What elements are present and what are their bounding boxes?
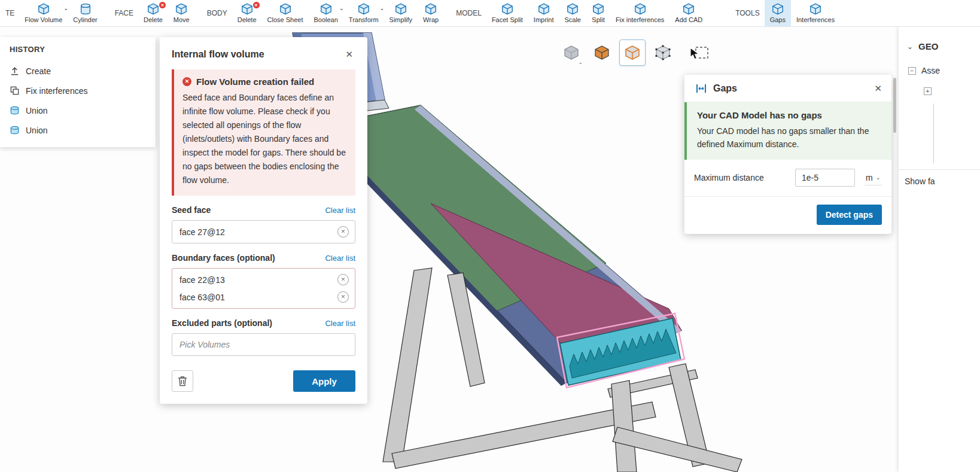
toolbar-group-face: FACE ✕Delete Move (103, 0, 195, 26)
toolbar-scale[interactable]: Scale (559, 0, 586, 26)
close-sheet-icon (279, 2, 292, 16)
success-body: Your CAD model has no gaps smaller than … (697, 124, 881, 151)
toolbar-transform[interactable]: ⌄Transform (343, 0, 384, 26)
toolbar-facet-split[interactable]: Facet Split (486, 0, 528, 26)
model-frame-leg (383, 268, 432, 462)
dialog-title: Internal flow volume (172, 49, 264, 60)
group-label: BODY (207, 9, 227, 17)
toolbar-boolean[interactable]: ⌄Boolean (308, 0, 343, 26)
toolbar-imprint[interactable]: Imprint (528, 0, 559, 26)
clear-list-link[interactable]: Clear list (325, 254, 355, 263)
face-chip-label: face 63@01 (179, 293, 225, 302)
view-mode-surfaces-edges-button[interactable] (619, 39, 646, 66)
history-item-union[interactable]: Union (0, 101, 156, 120)
delete-face-icon (147, 2, 160, 16)
toolbar-group-tools: TOOLS Gaps Interferences (723, 0, 840, 26)
tree-item-assembly[interactable]: − Asse (908, 66, 980, 75)
toolbar-fix-interferences[interactable]: Fix interferences (610, 0, 669, 26)
success-title: Your CAD Model has no gaps (697, 110, 881, 120)
geometry-tree: − Asse + (908, 66, 980, 95)
interferences-icon (809, 2, 822, 16)
wrap-icon (424, 2, 437, 16)
max-distance-input[interactable] (795, 169, 855, 187)
tree-item-child[interactable]: + (924, 87, 980, 95)
history-item-fix-interferences[interactable]: Fix interferences (0, 81, 156, 101)
toolbar-flow-volume[interactable]: ⌄Flow Volume (19, 0, 68, 26)
chevron-down-icon: ⌄ (578, 59, 583, 65)
fix-interferences-icon (10, 86, 20, 96)
toolbar-cylinder[interactable]: Cylinder (68, 0, 102, 26)
toolbar-group-body: BODY ✕Delete Close Sheet ⌄Boolean ⌄Trans… (195, 0, 444, 26)
group-label: FACE (115, 9, 133, 17)
surfaces-cube-icon (593, 44, 611, 62)
error-message: ✕ Flow Volume creation failed Seed face … (172, 69, 355, 196)
geometry-panel: ⌄ GEO − Asse + Show fa (899, 27, 980, 472)
unit-select[interactable]: m ⌄ (865, 170, 882, 185)
show-faces-label: Show fa (905, 176, 935, 186)
detect-gaps-button[interactable]: Detect gaps (817, 205, 882, 225)
boundary-faces-list[interactable]: face 22@13 ✕ face 63@01 ✕ (172, 268, 355, 309)
trash-icon (178, 376, 187, 386)
toolbar-body-delete[interactable]: ✕Delete (232, 0, 262, 26)
toolbar-wrap[interactable]: Wrap (418, 0, 444, 26)
clear-list-link[interactable]: Clear list (325, 319, 355, 328)
create-icon (10, 66, 20, 76)
boolean-icon (319, 2, 333, 16)
toolbar-gaps[interactable]: Gaps (765, 0, 791, 26)
apply-button[interactable]: Apply (293, 370, 355, 392)
remove-icon[interactable]: ✕ (337, 274, 349, 285)
delete-body-icon (241, 2, 254, 16)
toolbar-close-sheet[interactable]: Close Sheet (262, 0, 309, 26)
view-mode-surfaces-button[interactable] (589, 39, 615, 66)
chevron-down-icon[interactable]: ⌄ (907, 42, 913, 51)
pick-volumes-input[interactable] (172, 333, 355, 356)
history-item-create[interactable]: Create (0, 61, 156, 81)
toolbar-interferences[interactable]: Interferences (791, 0, 840, 26)
close-icon[interactable]: ✕ (872, 82, 884, 95)
tree-guide-line (933, 103, 934, 163)
seed-face-label: Seed face (172, 205, 211, 215)
expand-icon[interactable]: + (924, 87, 932, 95)
boundary-faces-label: Boundary faces (optional) (172, 253, 275, 263)
scale-icon (566, 2, 579, 16)
view-mode-vertices-button[interactable] (650, 39, 676, 66)
split-icon (592, 2, 605, 16)
remove-icon[interactable]: ✕ (337, 226, 349, 237)
toolbar-add-cad[interactable]: Add CAD (669, 0, 708, 26)
toolbar-split[interactable]: Split (586, 0, 610, 26)
model-frame-leg (611, 380, 637, 472)
history-item-union[interactable]: Union (0, 120, 156, 140)
seed-face-list[interactable]: face 27@12 ✕ (172, 220, 355, 243)
close-icon[interactable]: ✕ (343, 48, 355, 61)
list-item: face 22@13 ✕ (172, 271, 355, 288)
group-label: MODEL (456, 9, 482, 17)
toolbar-face-delete[interactable]: ✕Delete (138, 0, 168, 26)
dialog-title: Gaps (713, 83, 872, 94)
mouse-cursor (690, 47, 699, 60)
flow-volume-icon (37, 2, 50, 16)
list-item: face 63@01 ✕ (172, 288, 355, 306)
facet-split-icon (501, 2, 514, 16)
error-body: Seed face and Boundary faces define an i… (182, 91, 347, 187)
history-title: HISTORY (0, 45, 156, 61)
collapse-icon[interactable]: − (908, 67, 916, 75)
surfaces-edges-cube-icon (623, 44, 641, 62)
excluded-parts-label: Excluded parts (optional) (172, 318, 272, 328)
tree-item-label: Asse (921, 66, 940, 75)
union-icon (10, 125, 20, 135)
gaps-icon (695, 83, 707, 95)
internal-flow-volume-dialog: Internal flow volume ✕ ✕ Flow Volume cre… (160, 37, 367, 404)
remove-icon[interactable]: ✕ (337, 291, 349, 303)
move-face-icon (175, 2, 188, 16)
panel-scrollbar[interactable] (893, 78, 896, 133)
view-mode-solid-button[interactable]: ⌄ (558, 39, 585, 66)
delete-badge-icon: ✕ (159, 2, 166, 8)
clear-list-link[interactable]: Clear list (325, 206, 355, 215)
toolbar-face-move[interactable]: Move (168, 0, 195, 26)
toolbar-simplify[interactable]: Simplify (384, 0, 418, 26)
imprint-icon (537, 2, 550, 16)
fix-interferences-icon (634, 2, 647, 16)
delete-button[interactable] (172, 370, 193, 392)
error-icon: ✕ (182, 77, 191, 86)
history-item-label: Union (26, 106, 48, 115)
